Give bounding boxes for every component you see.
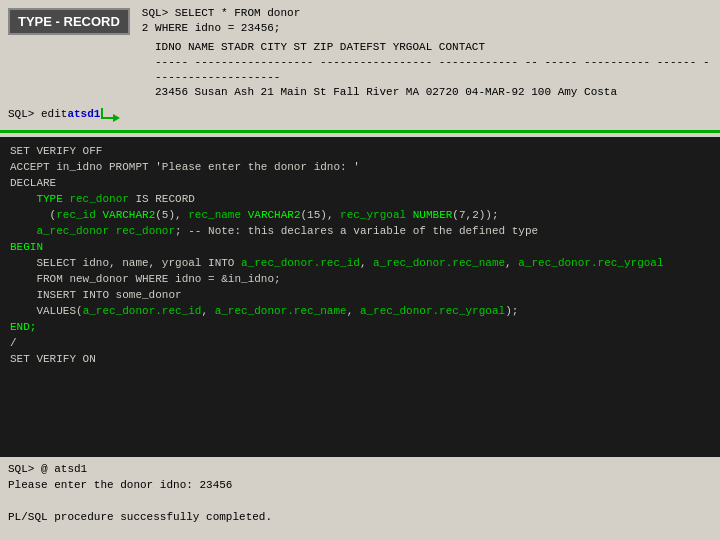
green-separator bbox=[0, 130, 720, 133]
code-line-7: BEGIN bbox=[10, 239, 710, 255]
arrow-icon bbox=[100, 104, 128, 124]
code-line-14: SET VERIFY ON bbox=[10, 351, 710, 367]
rec-id: rec_id bbox=[56, 209, 96, 221]
edit-filename: atsd1 bbox=[67, 106, 100, 122]
kw-type: TYPE bbox=[36, 193, 62, 205]
code-line-12: END; bbox=[10, 319, 710, 335]
code-line-13: / bbox=[10, 335, 710, 351]
code-line-2: ACCEPT in_idno PROMPT 'Please enter the … bbox=[10, 159, 710, 175]
main-code-block: SET VERIFY OFF ACCEPT in_idno PROMPT 'Pl… bbox=[0, 137, 720, 457]
code-line-6: a_rec_donor rec_donor; -- Note: this dec… bbox=[10, 223, 710, 239]
data-row: 23456 Susan Ash 21 Main St Fall River MA… bbox=[155, 85, 712, 100]
svg-marker-0 bbox=[113, 114, 120, 122]
bottom-line-4: PL/SQL procedure successfully completed. bbox=[8, 509, 712, 525]
code-line-10: INSERT INTO some_donor bbox=[10, 287, 710, 303]
code-line-8: SELECT idno, name, yrgoal INTO a_rec_don… bbox=[10, 255, 710, 271]
code-line-4: TYPE rec_donor IS RECORD bbox=[10, 191, 710, 207]
query-result: IDNO NAME STADR CITY ST ZIP DATEFST YRGO… bbox=[0, 38, 720, 102]
edit-line: SQL> edit atsd1 bbox=[0, 102, 720, 126]
edit-prompt: SQL> edit bbox=[8, 106, 67, 122]
bottom-line-5 bbox=[8, 525, 712, 540]
col-divider: ----- ------------------ ---------------… bbox=[155, 55, 712, 85]
code-line-11: VALUES(a_rec_donor.rec_id, a_rec_donor.r… bbox=[10, 303, 710, 319]
sql-line2: 2 WHERE idno = 23456; bbox=[142, 21, 300, 36]
type-record-badge: TYPE - RECORD bbox=[8, 8, 130, 35]
code-line-5: (rec_id VARCHAR2(5), rec_name VARCHAR2(1… bbox=[10, 207, 710, 223]
a-rec-donor-decl: a_rec_donor bbox=[36, 225, 109, 237]
top-section: TYPE - RECORD SQL> SELECT * FROM donor 2… bbox=[0, 0, 720, 38]
sql-query-block: SQL> SELECT * FROM donor 2 WHERE idno = … bbox=[142, 6, 300, 36]
bottom-line-1: SQL> @ atsd1 bbox=[8, 461, 712, 477]
code-line-3: DECLARE bbox=[10, 175, 710, 191]
code-line-9: FROM new_donor WHERE idno = &in_idno; bbox=[10, 271, 710, 287]
rec-yrgoal: rec_yrgoal bbox=[340, 209, 406, 221]
bottom-line-3 bbox=[8, 493, 712, 509]
rec-name: rec_name bbox=[188, 209, 241, 221]
bottom-output-section: SQL> @ atsd1 Please enter the donor idno… bbox=[0, 457, 720, 540]
code-line-1: SET VERIFY OFF bbox=[10, 143, 710, 159]
col-headers: IDNO NAME STADR CITY ST ZIP DATEFST YRGO… bbox=[155, 40, 712, 55]
bottom-line-2: Please enter the donor idno: 23456 bbox=[8, 477, 712, 493]
rec-type: rec_donor bbox=[69, 193, 128, 205]
sql-line1: SQL> SELECT * FROM donor bbox=[142, 6, 300, 21]
